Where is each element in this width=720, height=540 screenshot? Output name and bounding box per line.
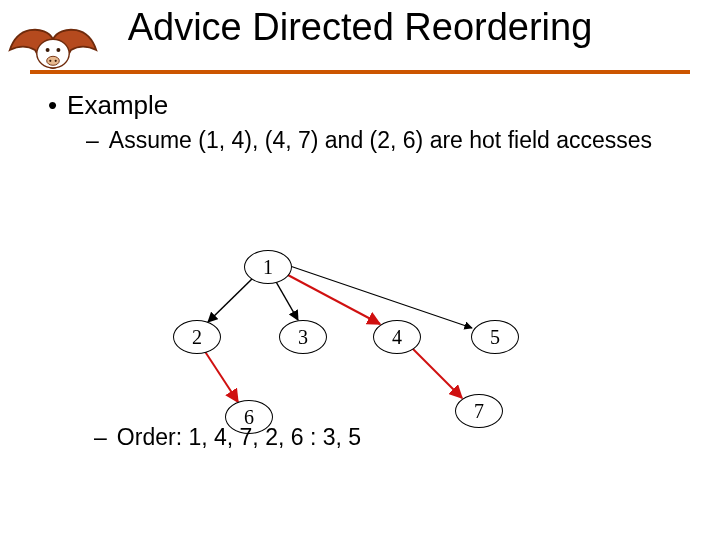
slide: Advice Directed Reordering • Example – A… <box>0 0 720 540</box>
node-label: 7 <box>474 400 484 423</box>
svg-line-8 <box>286 274 380 324</box>
order-sequence: 1, 4, 7, 2, 6 : 3, 5 <box>188 424 361 450</box>
svg-point-5 <box>55 60 57 62</box>
svg-line-6 <box>208 276 255 322</box>
svg-point-3 <box>47 56 60 65</box>
node-7: 7 <box>455 394 503 428</box>
order-prefix: Order: <box>117 424 189 450</box>
tree-edges <box>80 220 640 440</box>
slide-title: Advice Directed Reordering <box>0 6 720 49</box>
bullet-level2-order: • – Order: 1, 4, 7, 2, 6 : 3, 5 <box>48 424 688 451</box>
bullet-level1: • Example <box>48 90 688 121</box>
dash-icon: – <box>94 424 107 451</box>
dash-icon: – <box>86 127 99 154</box>
svg-line-11 <box>412 348 462 398</box>
node-5: 5 <box>471 320 519 354</box>
node-4: 4 <box>373 320 421 354</box>
tree-diagram: 1 2 3 4 5 6 7 <box>80 220 640 440</box>
body-text: • Example – Assume (1, 4), (4, 7) and (2… <box>48 90 688 160</box>
order-text: Order: 1, 4, 7, 2, 6 : 3, 5 <box>117 424 361 451</box>
bullet-dot-icon: • <box>48 90 57 121</box>
node-label: 4 <box>392 326 402 349</box>
node-label: 5 <box>490 326 500 349</box>
node-2: 2 <box>173 320 221 354</box>
svg-line-10 <box>204 350 238 402</box>
bullet-text: Example <box>67 90 168 121</box>
node-1: 1 <box>244 250 292 284</box>
svg-point-4 <box>49 60 51 62</box>
svg-line-9 <box>290 266 472 328</box>
node-label: 1 <box>263 256 273 279</box>
bullet-text: Assume (1, 4), (4, 7) and (2, 6) are hot… <box>109 127 652 154</box>
node-label: 2 <box>192 326 202 349</box>
svg-line-7 <box>275 280 298 320</box>
node-label: 3 <box>298 326 308 349</box>
bullet-level2-assume: – Assume (1, 4), (4, 7) and (2, 6) are h… <box>86 127 688 154</box>
node-3: 3 <box>279 320 327 354</box>
title-underline <box>30 70 690 74</box>
